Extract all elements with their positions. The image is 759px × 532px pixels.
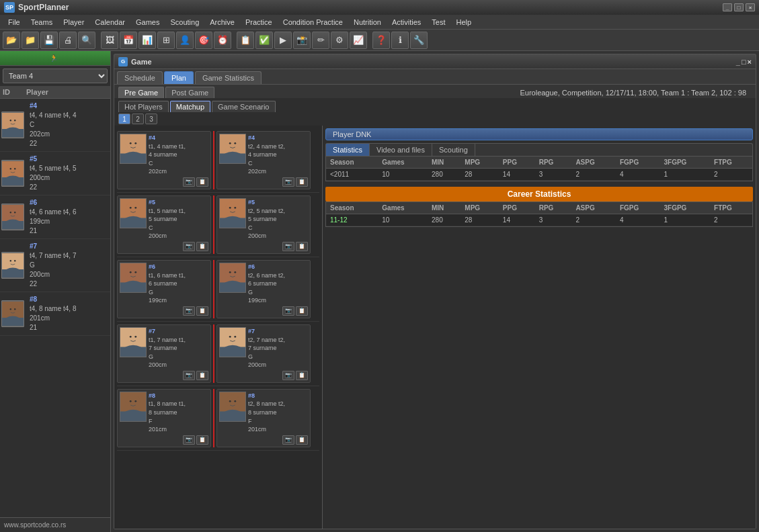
menu-archive[interactable]: Archive — [204, 17, 240, 28]
toolbar-info-btn[interactable]: ℹ — [391, 32, 409, 49]
card-action-list[interactable]: 📋 — [296, 242, 308, 251]
menu-condition-practice[interactable]: Condition Practice — [278, 17, 348, 28]
stats-subtab-video[interactable]: Video and files — [370, 144, 432, 156]
player-id: #4 — [30, 101, 109, 111]
toolbar-list-btn[interactable]: 📋 — [237, 32, 254, 49]
player-list-item[interactable]: #5 t4, 5 name t4, 5 200cm 22 — [0, 152, 110, 195]
game-win-min[interactable]: _ — [736, 58, 740, 66]
tab-plan[interactable]: Plan — [164, 71, 194, 84]
card-action-cam[interactable]: 📷 — [282, 242, 294, 251]
game-win-max[interactable]: □ — [742, 58, 746, 66]
player-weight: 22 — [30, 279, 109, 289]
team-selector[interactable]: Team 4 Team 1 Team 2 Team 3 — [3, 69, 108, 83]
player-dnk-button[interactable]: Player DNK — [325, 128, 753, 140]
career-stat-rpg: 3 — [535, 214, 572, 226]
matchup-card-info: #6 t2, 6 name t2,6 surname G 199cm — [248, 263, 285, 305]
card-action-cam[interactable]: 📷 — [282, 177, 294, 187]
card-action-cam[interactable]: 📷 — [183, 371, 195, 380]
toolbar-calendar-btn[interactable]: 📅 — [120, 32, 137, 49]
num-tab-2[interactable]: 2 — [132, 114, 144, 124]
toolbar-open-btn[interactable]: 📂 — [3, 32, 20, 49]
card-action-list[interactable]: 📋 — [196, 306, 208, 316]
toolbar-clock-btn[interactable]: ⏰ — [214, 32, 231, 49]
game-win-close[interactable]: × — [748, 58, 752, 66]
matchup-card-info: #4 t2, 4 name t2,4 surname C 202cm — [248, 134, 285, 176]
toolbar-help-btn[interactable]: ❓ — [372, 32, 390, 49]
toolbar-grid-btn[interactable]: ⊞ — [157, 32, 175, 49]
toolbar-settings-btn[interactable]: ⚙ — [331, 32, 348, 49]
toolbar-camera-btn[interactable]: 📸 — [293, 32, 311, 49]
toolbar-target-btn[interactable]: 🎯 — [195, 32, 212, 49]
card-action-list[interactable]: 📋 — [296, 435, 308, 445]
matchup-player-pos: C — [248, 224, 285, 232]
toolbar-media-btn[interactable]: ▶ — [274, 32, 292, 49]
minimize-button[interactable]: _ — [723, 3, 732, 11]
svg-point-9 — [10, 168, 11, 169]
stats-subtab-scouting[interactable]: Scouting — [432, 144, 475, 156]
career-stat-aspg: 2 — [571, 214, 616, 226]
menu-calendar[interactable]: Calendar — [89, 17, 130, 28]
menu-nutrition[interactable]: Nutrition — [348, 17, 387, 28]
num-tab-1[interactable]: 1 — [118, 114, 130, 124]
toolbar-folder-btn[interactable]: 📁 — [22, 32, 39, 49]
toolbar-search-btn[interactable]: 🔍 — [78, 32, 95, 49]
matchup-player-card: #8 t2, 8 name t2,8 surname F 201cm 📷 📋 — [216, 389, 311, 447]
card-action-cam[interactable]: 📷 — [282, 435, 294, 445]
stats-subtab-statistics[interactable]: Statistics — [326, 144, 370, 156]
toolbar-print-btn[interactable]: 🖨 — [59, 32, 77, 49]
inner-tab-hot-players[interactable]: Hot Players — [118, 101, 169, 112]
svg-point-33 — [130, 142, 132, 144]
card-actions: 📷 📋 — [219, 177, 308, 187]
card-action-list[interactable]: 📋 — [196, 242, 208, 251]
matchup-card-info: #8 t1, 8 name t1,8 surname F 201cm — [149, 392, 186, 434]
inner-tab-game-scenario[interactable]: Game Scenario — [212, 101, 275, 112]
player-id: #8 — [30, 295, 109, 304]
close-button[interactable]: × — [746, 3, 755, 11]
tab-schedule[interactable]: Schedule — [117, 71, 163, 84]
toolbar-chart-btn[interactable]: 📊 — [138, 32, 156, 49]
toolbar-analytics-btn[interactable]: 📈 — [350, 32, 367, 49]
matchup-card-info: #8 t2, 8 name t2,8 surname F 201cm — [248, 392, 285, 434]
game-window-title: Game — [131, 58, 152, 66]
player-list-item[interactable]: #8 t4, 8 name t4, 8 201cm 21 — [0, 292, 110, 336]
toolbar-person-btn[interactable]: 👤 — [176, 32, 194, 49]
num-tab-3[interactable]: 3 — [145, 114, 157, 124]
card-action-list[interactable]: 📋 — [196, 371, 208, 380]
subtab-post-game[interactable]: Post Game — [165, 87, 214, 98]
maximize-button[interactable]: □ — [734, 3, 744, 11]
menu-scouting[interactable]: Scouting — [165, 17, 204, 28]
tab-game-statistics[interactable]: Game Statistics — [195, 71, 262, 84]
card-action-cam[interactable]: 📷 — [282, 371, 294, 380]
player-list-item[interactable]: #7 t4, 7 name t4, 7 G 200cm 22 — [0, 239, 110, 292]
subtab-pre-game[interactable]: Pre Game — [118, 87, 164, 98]
menu-file[interactable]: File — [3, 17, 26, 28]
menu-games[interactable]: Games — [130, 17, 165, 28]
menu-activities[interactable]: Activities — [387, 17, 426, 28]
card-action-list[interactable]: 📋 — [296, 177, 308, 187]
menu-player[interactable]: Player — [58, 17, 89, 28]
card-action-list[interactable]: 📋 — [296, 371, 308, 380]
menu-test[interactable]: Test — [426, 17, 450, 28]
card-action-list[interactable]: 📋 — [296, 306, 308, 316]
toolbar-tools-btn[interactable]: 🔧 — [410, 32, 428, 49]
inner-tab-matchup[interactable]: Matchup — [170, 101, 210, 112]
card-action-cam[interactable]: 📷 — [183, 306, 195, 316]
svg-point-75 — [229, 336, 231, 338]
toolbar-save-btn[interactable]: 💾 — [40, 32, 58, 49]
toolbar-edit-btn[interactable]: ✏ — [312, 32, 329, 49]
card-action-cam[interactable]: 📷 — [183, 177, 195, 187]
toolbar-check-btn[interactable]: ✅ — [255, 32, 273, 49]
player-list-item[interactable]: #4 t4, 4 name t4, 4 C 202cm 22 — [0, 99, 110, 152]
col-id-header: ID — [3, 88, 26, 96]
menu-practice[interactable]: Practice — [240, 17, 278, 28]
stat-rpg: 3 — [535, 169, 572, 181]
card-action-cam[interactable]: 📷 — [183, 242, 195, 251]
card-action-list[interactable]: 📋 — [196, 177, 208, 187]
menu-teams[interactable]: Teams — [26, 17, 58, 28]
menu-help[interactable]: Help — [451, 17, 477, 28]
card-action-cam[interactable]: 📷 — [183, 435, 195, 445]
card-action-cam[interactable]: 📷 — [282, 306, 294, 316]
card-action-list[interactable]: 📋 — [196, 435, 208, 445]
toolbar-photo-btn[interactable]: 🖼 — [101, 32, 118, 49]
player-list-item[interactable]: #6 t4, 6 name t4, 6 199cm 21 — [0, 195, 110, 239]
